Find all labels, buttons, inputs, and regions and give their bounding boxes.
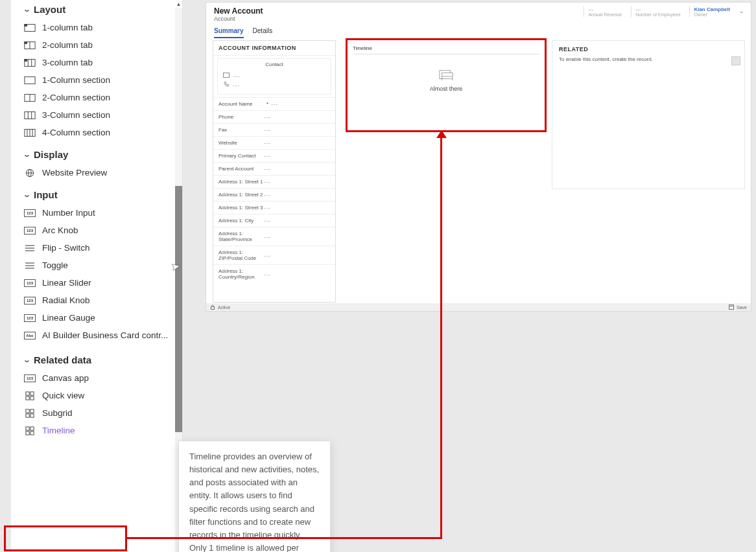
account-field[interactable]: Account Name*--- (213, 97, 335, 110)
input-flip-switch[interactable]: Flip - Switch (11, 239, 182, 257)
account-field[interactable]: Address 1: State/Province--- (213, 227, 335, 246)
account-field[interactable]: Address 1: Country/Region--- (213, 264, 335, 283)
field-label: Primary Contact (219, 153, 264, 159)
list-icon (24, 244, 36, 253)
layout-4col-section[interactable]: 4-Column section (11, 124, 182, 141)
related-quick-view[interactable]: Quick view (11, 387, 182, 404)
field-label: Address 1: Street 2 (219, 192, 264, 198)
number-icon: 123 (24, 314, 36, 323)
section-layout-title: Layout (34, 4, 65, 15)
scroll-up-icon[interactable]: ▲ (175, 0, 182, 8)
section2-icon (24, 93, 36, 102)
svg-rect-12 (25, 111, 35, 119)
header-field-annual-revenue[interactable]: --- Annual Revenue (584, 6, 626, 17)
list-icon (24, 261, 36, 270)
account-info-heading: ACCOUNT INFORMATION (213, 41, 335, 56)
scroll-thumb[interactable] (175, 186, 182, 432)
related-canvas-app[interactable]: 123 Canvas app (11, 369, 182, 387)
account-field[interactable]: Phone--- (213, 110, 335, 123)
tab1-icon (24, 23, 36, 32)
number-icon: 123 (24, 226, 36, 235)
field-label: Account Name (219, 101, 264, 107)
svg-rect-3 (25, 41, 27, 43)
section-related-header[interactable]: ⌄ Related data (11, 351, 182, 369)
account-field[interactable]: Parent Account--- (213, 162, 335, 175)
chevron-down-icon[interactable]: ⌄ (739, 6, 744, 14)
account-field[interactable]: Address 1: Street 2--- (213, 188, 335, 201)
account-info-column[interactable]: ACCOUNT INFORMATION Contact --- --- Acco… (213, 40, 336, 303)
number-icon: 123 (24, 279, 36, 288)
svg-rect-38 (26, 431, 29, 434)
contact-business-card: --- (223, 73, 325, 79)
display-website-preview[interactable]: Website Preview (11, 164, 182, 181)
field-value: --- (264, 114, 271, 120)
field-value: --- (264, 140, 271, 146)
layout-1col-tab[interactable]: 1-column tab (11, 19, 182, 36)
section-display-header[interactable]: ⌄ Display (11, 145, 182, 164)
field-value: --- (264, 218, 271, 224)
contact-card[interactable]: Contact --- --- (217, 58, 331, 95)
input-ai-builder-business-card[interactable]: Abc AI Builder Business Card contr... (11, 327, 182, 344)
layout-2col-tab[interactable]: 2-column tab (11, 36, 182, 54)
input-arc-knob[interactable]: 123 Arc Knob (11, 222, 182, 239)
field-value: --- (264, 179, 271, 185)
field-label: Fax (219, 127, 264, 133)
svg-rect-39 (30, 431, 34, 434)
field-value: --- (264, 127, 271, 133)
required-icon: * (266, 101, 268, 107)
account-field[interactable]: Address 1: Street 3--- (213, 201, 335, 214)
timeline-placeholder: Almost there (353, 69, 539, 92)
status-right[interactable]: Save (737, 305, 747, 310)
input-linear-gauge[interactable]: 123 Linear Gauge (11, 309, 182, 327)
contact-card-title: Contact (223, 62, 325, 67)
account-field[interactable]: Address 1: City--- (213, 214, 335, 227)
svg-rect-31 (30, 396, 34, 399)
field-value: --- (264, 271, 271, 277)
related-subgrid[interactable]: Subgrid (11, 404, 182, 422)
header-field-owner[interactable]: Kian Campbell Owner (689, 6, 734, 17)
number-icon: 123 (24, 296, 36, 305)
annotation-arrow-vertical (440, 130, 442, 537)
input-linear-slider[interactable]: 123 Linear Slider (11, 274, 182, 292)
layout-3col-section[interactable]: 3-Column section (11, 106, 182, 124)
header-field-num-employees[interactable]: --- Number of Employees (631, 6, 684, 17)
number-icon: 123 (24, 209, 36, 218)
form-header: New Account Account --- Annual Revenue -… (206, 3, 751, 22)
input-toggle[interactable]: Toggle (11, 257, 182, 274)
input-number[interactable]: 123 Number Input (11, 204, 182, 222)
related-timeline[interactable]: Timeline (11, 422, 182, 439)
form-preview-canvas: New Account Account --- Annual Revenue -… (206, 2, 751, 312)
section-related-title: Related data (34, 354, 91, 365)
status-left: Active (218, 305, 230, 310)
layout-3col-tab[interactable]: 3-column tab (11, 54, 182, 71)
save-icon (729, 305, 734, 310)
calendar-icon (439, 69, 453, 80)
layout-2col-section[interactable]: 2-Column section (11, 89, 182, 106)
field-label: Phone (219, 114, 264, 120)
svg-rect-42 (442, 73, 453, 80)
section-input-header[interactable]: ⌄ Input (11, 185, 182, 204)
field-label: Website (219, 140, 264, 146)
related-menu-button[interactable] (731, 56, 740, 65)
section4-icon (24, 128, 36, 137)
field-value: --- (264, 205, 271, 211)
account-field[interactable]: Address 1: ZIP/Postal Code--- (213, 246, 335, 264)
layout-1col-section[interactable]: 1-Column section (11, 71, 182, 89)
account-field[interactable]: Fax--- (213, 123, 335, 136)
section-layout-header[interactable]: ⌄ Layout (11, 0, 182, 19)
chevron-down-icon: ⌄ (23, 150, 31, 159)
svg-rect-28 (26, 391, 29, 395)
components-panel: ⌄ Layout 1-column tab 2-column tab 3-col… (11, 0, 183, 552)
input-radial-knob[interactable]: 123 Radial Knob (11, 292, 182, 309)
account-field[interactable]: Primary Contact--- (213, 149, 335, 162)
svg-rect-34 (26, 413, 29, 417)
card-icon (223, 73, 230, 79)
timeline-section[interactable]: Timeline Almost there (346, 38, 547, 132)
account-field[interactable]: Address 1: Street 1--- (213, 175, 335, 188)
field-label: Address 1: Street 3 (219, 205, 264, 211)
svg-rect-37 (30, 426, 34, 430)
account-field[interactable]: Website--- (213, 136, 335, 149)
field-value: --- (264, 153, 271, 159)
related-section[interactable]: RELATED To enable this content, create t… (552, 40, 745, 189)
svg-rect-30 (26, 396, 29, 399)
